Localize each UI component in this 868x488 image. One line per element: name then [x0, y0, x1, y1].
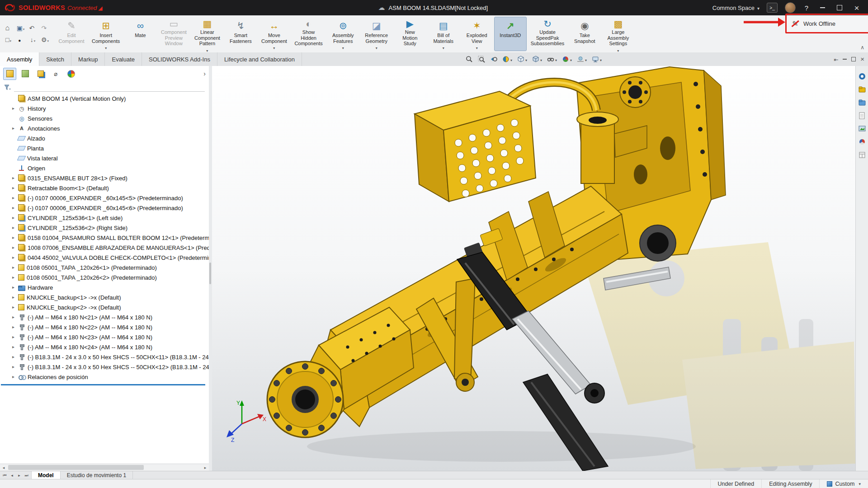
command-tab[interactable]: Sketch	[39, 52, 71, 66]
command-tab[interactable]: Lifecycle and Collaboration	[217, 52, 302, 66]
minimize-button[interactable]	[817, 3, 827, 13]
expand-arrow-icon[interactable]	[11, 245, 16, 250]
scroll-last-icon[interactable]: ⏭	[24, 473, 29, 478]
maximize-button[interactable]	[835, 3, 844, 13]
expand-arrow-icon[interactable]	[11, 275, 16, 280]
hide-show-items-button[interactable]	[547, 56, 557, 63]
section-view-button[interactable]	[502, 56, 512, 63]
expand-arrow-icon[interactable]	[11, 325, 16, 329]
scrollbar-thumb[interactable]	[8, 465, 144, 470]
tree-item[interactable]: (-) 0107 00006_EXPANDER _60x145<6> (Pred…	[0, 203, 209, 213]
document-minimize-button[interactable]	[843, 59, 847, 60]
ribbon-button[interactable]: Assembly Features	[327, 17, 359, 51]
quick-access-button[interactable]	[14, 22, 27, 34]
view-settings-button[interactable]	[592, 56, 602, 63]
display-state-selector[interactable]: Custom	[819, 479, 868, 488]
expand-arrow-icon[interactable]	[11, 235, 16, 240]
tree-item[interactable]: Retractable Boom<1> (Default)	[0, 183, 209, 193]
featuremanager-tree-tab[interactable]	[3, 68, 16, 80]
graphics-viewport[interactable]: Y X Z	[212, 66, 855, 471]
tree-item[interactable]: (-) 0107 00006_EXPANDER _60x145<5> (Pred…	[0, 193, 209, 203]
command-tab[interactable]: Evaluate	[105, 52, 142, 66]
ribbon-button[interactable]: New Motion Study	[394, 17, 426, 51]
scroll-left-icon[interactable]: ◂	[0, 465, 7, 470]
displaymanager-tab[interactable]	[65, 68, 78, 80]
ribbon-button[interactable]: Insert Components	[89, 17, 123, 51]
user-avatar[interactable]	[785, 2, 796, 13]
scroll-right-icon[interactable]: ▸	[202, 465, 209, 470]
scroll-prev-icon[interactable]: ◂	[9, 473, 15, 478]
ribbon-button[interactable]: Update SpeedPak Subassemblies	[528, 17, 568, 51]
tree-item[interactable]: 0158 01004_PASAMURO SMALL BOLTER BOOM 12…	[0, 233, 209, 243]
bottom-tab[interactable]: Model	[32, 471, 61, 479]
ribbon-button[interactable]: Exploded View	[461, 17, 493, 51]
tree-item[interactable]: CYLINDER _125x536<1> (Left side)	[0, 213, 209, 223]
expand-arrow-icon[interactable]	[11, 126, 16, 131]
tree-item[interactable]: Relaciones de posición	[0, 372, 209, 382]
ribbon-button[interactable]: Bill of Materials	[427, 17, 460, 51]
ribbon-button[interactable]: Instant3D	[494, 17, 527, 51]
tree-item[interactable]: (-) B18.3.1M - 24 x 3.0 x 50 Hex SHCS --…	[0, 362, 209, 372]
space-selector-dropdown[interactable]: Common Space	[712, 5, 760, 11]
taskpane-design-library-icon[interactable]	[858, 99, 866, 107]
tree-item[interactable]: Sensores	[0, 113, 209, 123]
panel-expand-chevron-icon[interactable]	[203, 70, 206, 77]
expand-arrow-icon[interactable]	[11, 365, 16, 369]
tree-filter-input[interactable]	[14, 84, 205, 92]
boom-assembly-model[interactable]	[212, 66, 855, 471]
dock-window-icon[interactable]	[834, 56, 838, 63]
quick-access-button[interactable]	[39, 22, 51, 34]
expand-arrow-icon[interactable]	[11, 186, 16, 190]
work-offline-button[interactable]: Work Offline	[803, 20, 835, 27]
tree-item[interactable]: History	[0, 103, 209, 113]
taskpane-custom-properties-icon[interactable]	[858, 151, 866, 159]
view-orientation-button[interactable]	[517, 56, 527, 63]
tree-item[interactable]: ASM BOOM 14 (Vertical Motion Only)	[0, 94, 209, 103]
launcher-icon[interactable]: >_	[767, 3, 778, 13]
expand-arrow-icon[interactable]	[11, 255, 16, 260]
ribbon-button[interactable]: Show Hidden Components	[291, 17, 326, 51]
expand-arrow-icon[interactable]	[11, 225, 16, 230]
command-tab[interactable]: SOLIDWORKS Add-Ins	[142, 52, 217, 66]
quick-access-button[interactable]	[27, 34, 39, 46]
propertymanager-tab[interactable]	[19, 68, 32, 80]
document-restore-button[interactable]	[851, 57, 856, 61]
taskpane-resources-icon[interactable]	[858, 85, 866, 94]
taskpane-file-explorer-icon[interactable]	[858, 112, 866, 120]
tree-item[interactable]: 0108 05001_TAPA _120x26<1> (Predetermina…	[0, 263, 209, 272]
expand-arrow-icon[interactable]	[11, 315, 16, 319]
expand-arrow-icon[interactable]	[11, 265, 16, 270]
tree-item[interactable]: Planta	[0, 143, 209, 153]
ribbon-button[interactable]: Take Snapshot	[568, 17, 601, 51]
expand-arrow-icon[interactable]	[11, 196, 16, 200]
previous-view-button[interactable]	[490, 56, 497, 63]
document-close-button[interactable]	[860, 56, 864, 63]
zoom-fit-button[interactable]	[466, 56, 473, 63]
zoom-area-button[interactable]	[478, 56, 485, 63]
tree-item[interactable]: (-) AM -- M64 x 180 N<23> (AM -- M64 x 1…	[0, 332, 209, 342]
expand-arrow-icon[interactable]	[11, 206, 16, 210]
scroll-next-icon[interactable]: ▸	[16, 473, 22, 478]
ribbon-button[interactable]: Edit Component	[55, 17, 88, 51]
command-tab[interactable]: Assembly	[0, 52, 39, 66]
edit-appearance-button[interactable]	[562, 56, 572, 63]
expand-arrow-icon[interactable]	[11, 345, 16, 349]
ribbon-button[interactable]: Large Assembly Settings	[602, 17, 634, 51]
ribbon-button[interactable]: Smart Fasteners	[224, 17, 257, 51]
tree-item[interactable]: CYLINDER _125x536<2> (Right Side)	[0, 223, 209, 233]
tree-item[interactable]: Anotaciones	[0, 123, 209, 133]
ribbon-collapse-icon[interactable]	[860, 44, 864, 51]
expand-arrow-icon[interactable]	[11, 355, 16, 359]
expand-arrow-icon[interactable]	[11, 285, 16, 290]
expand-arrow-icon[interactable]	[11, 176, 16, 180]
tree-item[interactable]: Origen	[0, 163, 209, 173]
tree-item[interactable]: 0315_ENSAMBLE BUT 28<1> (Fixed)	[0, 173, 209, 183]
configurationmanager-tab[interactable]	[34, 68, 47, 80]
tree-item[interactable]: KNUCKLE_backup<1> ->x (Default)	[0, 292, 209, 302]
tree-item[interactable]: 0108 05001_TAPA _120x26<2> (Predetermina…	[0, 272, 209, 282]
taskpane-3dexperience-icon[interactable]	[858, 72, 866, 80]
ribbon-button[interactable]: Component Preview Window	[157, 17, 190, 51]
quick-access-button[interactable]	[39, 34, 51, 46]
tree-item[interactable]: (-) B18.3.1M - 24 x 3.0 x 50 Hex SHCS --…	[0, 352, 209, 362]
ribbon-button[interactable]: Move Component	[258, 17, 290, 51]
